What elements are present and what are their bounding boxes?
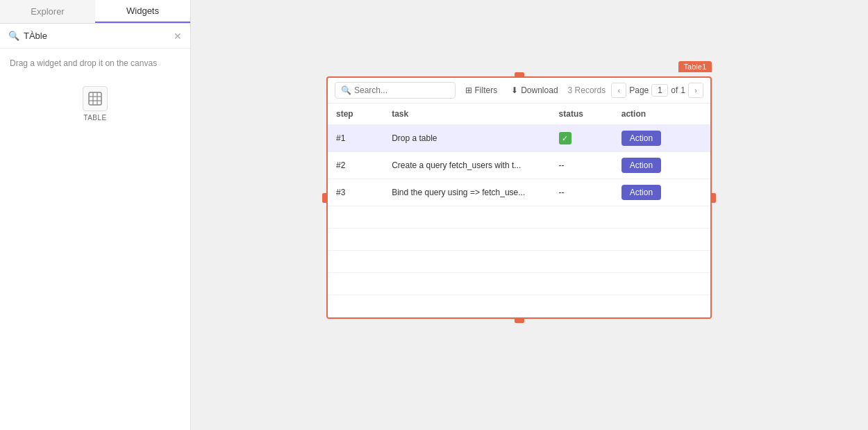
table-widget-label: Table1 bbox=[678, 61, 712, 72]
action-button-1[interactable]: Action bbox=[621, 131, 661, 146]
sidebar-search-bar: 🔍 ✕ bbox=[0, 24, 190, 49]
table-toolbar: 🔍 ⊞ Filters ⬇ Download 3 Records ‹ Page … bbox=[328, 78, 710, 104]
cell-task-2: Create a query fetch_users with t... bbox=[383, 152, 550, 179]
status-check-icon: ✓ bbox=[559, 132, 571, 144]
cell-task-1: Drop a table bbox=[383, 125, 550, 152]
sidebar-tabs: Explorer Widgets bbox=[0, 0, 190, 24]
cell-status-2: -- bbox=[551, 152, 613, 179]
table-widget-icon bbox=[83, 86, 108, 111]
filters-label: Filters bbox=[475, 85, 498, 95]
main-canvas: Table1 🔍 ⊞ Filters ⬇ Download 3 Records bbox=[191, 0, 868, 430]
cell-task-3: Bind the query using => fetch_use... bbox=[383, 179, 550, 206]
svg-rect-0 bbox=[89, 92, 101, 105]
next-page-button[interactable]: › bbox=[688, 83, 703, 98]
cell-action-1: Action bbox=[613, 125, 710, 152]
search-icon: 🔍 bbox=[341, 85, 351, 95]
col-header-status: status bbox=[551, 104, 613, 125]
tab-explorer[interactable]: Explorer bbox=[0, 0, 95, 23]
action-button-2[interactable]: Action bbox=[621, 158, 661, 173]
resize-handle-bottom[interactable] bbox=[515, 317, 524, 323]
sidebar-search-input[interactable] bbox=[24, 31, 169, 41]
download-label: Download bbox=[521, 85, 558, 95]
download-icon: ⬇ bbox=[511, 85, 518, 95]
pagination: ‹ Page 1 of 1 › bbox=[611, 83, 703, 98]
close-icon[interactable]: ✕ bbox=[174, 31, 182, 41]
total-pages: 1 bbox=[681, 85, 685, 95]
cell-step-2: #2 bbox=[328, 152, 383, 179]
page-label: Page bbox=[629, 85, 649, 95]
download-button[interactable]: ⬇ Download bbox=[507, 83, 562, 98]
data-table: step task status action #1 Drop a table … bbox=[328, 104, 710, 317]
table-row-empty bbox=[328, 273, 710, 295]
table-row: #1 Drop a table ✓ Action bbox=[328, 125, 710, 152]
col-header-action: action bbox=[613, 104, 710, 125]
filter-icon: ⊞ bbox=[465, 85, 472, 95]
widget-table-item[interactable]: TABLE bbox=[0, 78, 190, 130]
table-widget: Table1 🔍 ⊞ Filters ⬇ Download 3 Records bbox=[326, 76, 712, 319]
cell-action-3: Action bbox=[613, 179, 710, 206]
page-of: of bbox=[671, 85, 678, 95]
widget-table-label: TABLE bbox=[83, 114, 106, 122]
cell-status-1: ✓ bbox=[551, 125, 613, 152]
table-header-row: step task status action bbox=[328, 104, 710, 125]
filters-button[interactable]: ⊞ Filters bbox=[461, 83, 502, 98]
prev-page-button[interactable]: ‹ bbox=[611, 83, 626, 98]
table-row-empty bbox=[328, 206, 710, 229]
table-row-empty bbox=[328, 229, 710, 251]
cell-action-2: Action bbox=[613, 152, 710, 179]
table-row: #2 Create a query fetch_users with t... … bbox=[328, 152, 710, 179]
resize-handle-left[interactable] bbox=[322, 193, 328, 203]
search-icon: 🔍 bbox=[8, 31, 19, 41]
table-row: #3 Bind the query using => fetch_use... … bbox=[328, 179, 710, 206]
sidebar-hint: Drag a widget and drop it on the canvas bbox=[0, 49, 190, 78]
current-page: 1 bbox=[651, 84, 668, 97]
table-search-input[interactable] bbox=[354, 85, 449, 95]
col-header-task: task bbox=[383, 104, 550, 125]
records-info: 3 Records bbox=[568, 85, 606, 95]
table-row-empty bbox=[328, 251, 710, 273]
tab-widgets[interactable]: Widgets bbox=[95, 0, 190, 23]
cell-status-3: -- bbox=[551, 179, 613, 206]
sidebar: Explorer Widgets 🔍 ✕ Drag a widget and d… bbox=[0, 0, 191, 430]
cell-step-1: #1 bbox=[328, 125, 383, 152]
resize-handle-top[interactable] bbox=[515, 72, 524, 78]
table-container: 🔍 ⊞ Filters ⬇ Download 3 Records ‹ Page … bbox=[326, 76, 712, 319]
table-search-box[interactable]: 🔍 bbox=[335, 82, 456, 99]
resize-handle-right[interactable] bbox=[710, 193, 716, 203]
table-row-empty bbox=[328, 295, 710, 317]
col-header-step: step bbox=[328, 104, 383, 125]
cell-step-3: #3 bbox=[328, 179, 383, 206]
action-button-3[interactable]: Action bbox=[621, 185, 661, 200]
